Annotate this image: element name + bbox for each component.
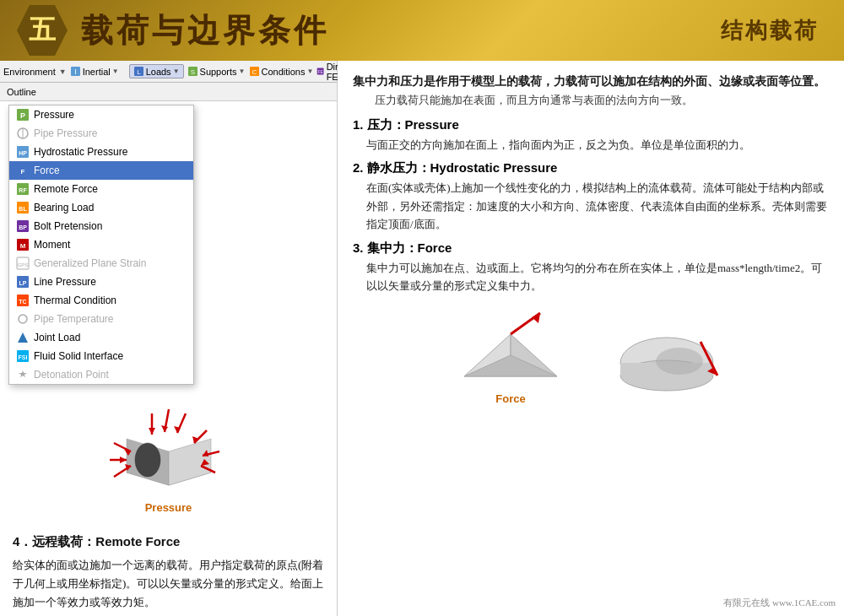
menu-item-fluid-solid[interactable]: FSI Fluid Solid Interface [9, 347, 193, 365]
svg-text:M: M [20, 242, 26, 250]
svg-text:S: S [190, 68, 194, 76]
svg-text:L: L [137, 68, 141, 76]
detonation-icon [16, 368, 30, 381]
menu-item-thermal[interactable]: TC Thermal Condition [9, 291, 193, 310]
watermark: 有限元在线 www.1CAE.com [723, 597, 836, 609]
header-title: 载荷与边界条件 [81, 9, 329, 52]
svg-text:BL: BL [19, 206, 27, 212]
svg-text:LP: LP [19, 280, 27, 286]
fluid-solid-icon: FSI [16, 349, 30, 363]
force-svg-right [599, 321, 734, 405]
left-section-body: 给实体的面或边施加一个远离的载荷。用户指定载荷的原点(附着于几何上或用坐标指定)… [13, 556, 324, 612]
line-pressure-icon: LP [16, 275, 30, 289]
section-3-body: 集中力可以施加在点、边或面上。它将均匀的分布在所在实体上，单位是mass*len… [366, 259, 829, 295]
section-1-title: 1.压力：Pressure [353, 117, 829, 133]
right-panel: 集中力和压力是作用于模型上的载荷，力载荷可以施加在结构的外面、边缘或表面等位置。… [338, 61, 844, 616]
toolbar: Environment ▼ I Inertial ▼ L Loads ▼ S S… [0, 61, 337, 83]
menu-item-pipe-pressure[interactable]: Pipe Pressure [9, 124, 193, 143]
left-text-section: 4．远程载荷：Remote Force 给实体的面或边施加一个远离的载荷。用户指… [0, 522, 337, 616]
menu-item-bearing-load[interactable]: BL Bearing Load [9, 198, 193, 217]
pressure-icon: P [16, 108, 30, 122]
svg-text:FE: FE [318, 70, 324, 74]
menu-item-pipe-temp[interactable]: Pipe Temperature [9, 310, 193, 328]
force-diagram-left: Force [447, 305, 574, 405]
menu-item-hydrostatic[interactable]: HP Hydrostatic Pressure [9, 143, 193, 161]
svg-text:C: C [252, 68, 257, 76]
svg-text:GPS: GPS [18, 262, 29, 267]
force-icon: F [16, 164, 30, 177]
svg-text:P: P [20, 111, 25, 120]
hydrostatic-icon: HP [16, 145, 30, 159]
svg-text:F: F [21, 168, 25, 176]
section-2-title: 2.静水压力：Hydrostatic Pressure [353, 160, 829, 176]
menu-item-detonation[interactable]: Detonation Point [9, 365, 193, 384]
svg-point-71 [656, 348, 703, 375]
outline-label: Outline [0, 83, 337, 101]
section-1-body: 与面正交的方向施加在面上，指向面内为正，反之为负。单位是单位面积的力。 [366, 136, 829, 154]
svg-marker-52 [149, 428, 155, 435]
force-diagrams: Force [353, 305, 829, 405]
svg-marker-37 [18, 332, 28, 343]
dropdown-area: P Pressure Pipe Pressure HP Hydros [0, 101, 337, 388]
svg-point-44 [135, 443, 160, 477]
loads-btn[interactable]: L Loads ▼ [129, 64, 184, 78]
bearing-load-icon: BL [16, 201, 30, 214]
left-image-area: Pressure [0, 388, 337, 522]
environment-btn[interactable]: Environment [3, 67, 56, 77]
section-3-title: 3.集中力：Force [353, 240, 829, 257]
gps-icon: GPS [16, 257, 30, 270]
section-2-body: 在面(实体或壳体)上施加一个线性变化的力，模拟结构上的流体载荷。流体可能处于结构… [366, 179, 829, 233]
bolt-icon: BP [16, 219, 30, 233]
svg-text:TC: TC [19, 299, 26, 305]
menu-item-gps[interactable]: GPS Generalized Plane Strain [9, 254, 193, 273]
header-number: 五 [17, 5, 68, 56]
force-diagram-right [599, 321, 734, 405]
svg-point-36 [19, 315, 27, 323]
svg-text:BP: BP [19, 224, 27, 230]
thermal-icon: TC [16, 294, 30, 307]
pipe-pressure-icon [16, 127, 30, 140]
supports-btn[interactable]: S Supports ▼ [187, 66, 246, 77]
header-subtitle: 结构载荷 [721, 16, 819, 46]
force-label-left: Force [495, 392, 525, 405]
force-svg-left [447, 305, 574, 389]
svg-marker-48 [120, 457, 127, 463]
joint-load-icon [16, 331, 30, 344]
pipe-temp-icon [16, 312, 30, 326]
left-panel: Environment ▼ I Inertial ▼ L Loads ▼ S S… [0, 61, 338, 616]
pressure-label: Pressure [145, 501, 192, 514]
main-content: Environment ▼ I Inertial ▼ L Loads ▼ S S… [0, 61, 844, 616]
svg-marker-54 [161, 425, 168, 432]
svg-text:FSI: FSI [19, 354, 28, 360]
menu-item-bolt-pretension[interactable]: BP Bolt Pretension [9, 217, 193, 235]
pressure-diagram [101, 397, 236, 498]
left-section-title: 4．远程载荷：Remote Force [13, 531, 324, 553]
menu-item-force[interactable]: F Force [9, 161, 193, 180]
svg-marker-40 [19, 370, 27, 377]
svg-text:I: I [74, 68, 77, 76]
menu-item-moment[interactable]: M Moment [9, 235, 193, 254]
intro-block: 集中力和压力是作用于模型上的载荷，力载荷可以施加在结构的外面、边缘或表面等位置。… [353, 73, 829, 111]
svg-text:HP: HP [19, 150, 27, 156]
conditions-btn[interactable]: C Conditions ▼ [249, 66, 314, 77]
remote-force-icon: RF [16, 182, 30, 196]
intro-normal-text: 压力载荷只能施加在表面，而且方向通常与表面的法向方向一致。 [375, 94, 693, 106]
loads-menu: P Pressure Pipe Pressure HP Hydros [8, 105, 194, 385]
menu-item-remote-force[interactable]: RF Remote Force [9, 180, 193, 198]
menu-item-line-pressure[interactable]: LP Line Pressure [9, 273, 193, 291]
intro-bold-text: 集中力和压力是作用于模型上的载荷，力载荷可以施加在结构的外面、边缘或表面等位置。 [353, 75, 825, 88]
menu-item-pressure[interactable]: P Pressure [9, 105, 193, 124]
moment-icon: M [16, 238, 30, 251]
header: 五 载荷与边界条件 结构载荷 [0, 0, 844, 61]
inertial-btn[interactable]: I Inertial ▼ [70, 66, 119, 77]
svg-text:RF: RF [19, 187, 27, 193]
menu-item-joint-load[interactable]: Joint Load [9, 328, 193, 347]
